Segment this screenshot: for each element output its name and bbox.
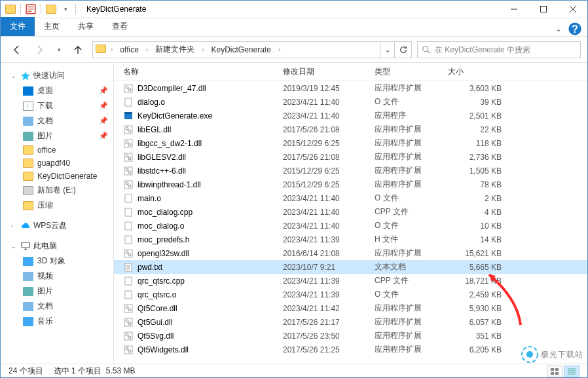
column-size[interactable]: 大小: [448, 66, 587, 77]
file-row[interactable]: Qt5Svg.dll2017/5/26 23:50应用程序扩展351 KB: [114, 329, 587, 343]
file-date: 2023/4/21 11:39: [283, 276, 375, 286]
help-icon[interactable]: ?: [568, 22, 582, 36]
file-row[interactable]: libEGL.dll2017/5/26 21:08应用程序扩展22 KB: [114, 123, 587, 136]
recent-dropdown[interactable]: ▾: [54, 41, 64, 59]
navigation-pane[interactable]: ⌄ 快速访问 桌面📌下载📌文档📌图片📌officeguapdf40KeyDict…: [1, 63, 114, 364]
svg-rect-52: [555, 372, 559, 375]
maximize-button[interactable]: [528, 1, 558, 18]
file-row[interactable]: D3Dcompiler_47.dll2019/3/19 12:45应用程序扩展3…: [114, 81, 587, 95]
item-icon: [23, 117, 33, 126]
sidebar-item[interactable]: 文档: [1, 299, 113, 314]
file-date: 2017/5/26 21:25: [283, 345, 375, 354]
minimize-button[interactable]: [499, 1, 528, 18]
file-type: O 文件: [375, 193, 448, 204]
item-icon: [23, 201, 33, 210]
sidebar-quick-access[interactable]: ⌄ 快速访问: [1, 68, 113, 83]
sidebar-item[interactable]: 视频: [1, 269, 113, 284]
file-row[interactable]: libstdc++-6.dll2015/12/29 6:25应用程序扩展1,50…: [114, 164, 587, 178]
file-row[interactable]: qrc_qtsrc.o2023/4/21 11:39O 文件2,459 KB: [114, 288, 587, 301]
file-row[interactable]: pwd.txt2023/10/7 9:21文本文档5,665 KB: [114, 260, 587, 274]
column-type[interactable]: 类型: [375, 66, 448, 77]
forward-button[interactable]: [31, 41, 49, 59]
sidebar-item[interactable]: office: [1, 143, 113, 157]
sidebar-item[interactable]: 压缩: [1, 198, 113, 213]
chevron-right-icon: ›: [11, 223, 18, 229]
ribbon-tab-view[interactable]: 查看: [103, 17, 137, 36]
up-button[interactable]: [69, 41, 87, 59]
refresh-button[interactable]: [394, 42, 411, 58]
view-details-button[interactable]: [564, 366, 579, 377]
sidebar-label: WPS云盘: [33, 220, 67, 231]
ribbon-tab-share[interactable]: 共享: [69, 17, 103, 36]
file-icon: [123, 248, 134, 259]
ribbon-tab-file[interactable]: 文件: [1, 17, 35, 36]
status-item-count: 24 个项目: [9, 366, 43, 377]
file-row[interactable]: moc_dialog.cpp2023/4/21 11:40CPP 文件4 KB: [114, 205, 587, 219]
chevron-right-icon[interactable]: ›: [200, 46, 206, 53]
file-date: 2016/6/14 21:08: [283, 249, 375, 258]
search-box[interactable]: [417, 41, 581, 58]
file-row[interactable]: main.o2023/4/21 11:40O 文件2 KB: [114, 191, 587, 205]
sidebar-wps-cloud[interactable]: › WPS云盘: [1, 218, 113, 233]
file-icon: [123, 193, 134, 204]
sidebar-item[interactable]: KeyDictGenerate: [1, 170, 113, 183]
sidebar-item[interactable]: 桌面📌: [1, 83, 113, 98]
folder-icon[interactable]: [45, 3, 57, 15]
breadcrumb-dropdown[interactable]: ⌄: [380, 42, 394, 58]
file-icon: [123, 83, 134, 94]
search-input[interactable]: [435, 45, 576, 54]
sidebar-item[interactable]: 图片📌: [1, 128, 113, 143]
ribbon-tab-home[interactable]: 主页: [35, 17, 69, 36]
sidebar-item[interactable]: 音乐: [1, 314, 113, 329]
file-row[interactable]: opengl32sw.dll2016/6/14 21:08应用程序扩展15,62…: [114, 246, 587, 260]
file-row[interactable]: dialog.o2023/4/21 11:40O 文件39 KB: [114, 95, 587, 109]
status-selected: 选中 1 个项目 5.53 MB: [54, 366, 136, 377]
breadcrumb[interactable]: › office › 新建文件夹 › KeyDictGenerate › ⌄: [92, 41, 412, 58]
sidebar-item[interactable]: 图片: [1, 284, 113, 299]
file-row[interactable]: Qt5Widgets.dll2017/5/26 21:25应用程序扩展6,205…: [114, 343, 587, 356]
chevron-right-icon[interactable]: ›: [109, 46, 115, 53]
file-row[interactable]: KeyDictGenerate.exe2023/4/21 11:40应用程序2,…: [114, 109, 587, 123]
breadcrumb-segment[interactable]: 新建文件夹: [151, 42, 198, 58]
qat-separator: [75, 4, 76, 14]
back-button[interactable]: [7, 41, 26, 59]
file-row[interactable]: libgcc_s_dw2-1.dll2015/12/29 6:25应用程序扩展1…: [114, 136, 587, 150]
breadcrumb-segment[interactable]: office: [116, 42, 142, 58]
file-icon: [123, 180, 134, 190]
column-date[interactable]: 修改日期: [283, 66, 375, 77]
file-row[interactable]: moc_dialog.o2023/4/21 11:40O 文件10 KB: [114, 219, 587, 233]
file-type: H 文件: [375, 234, 448, 245]
svg-rect-6: [124, 85, 132, 92]
file-icon: [123, 345, 134, 355]
folder-icon[interactable]: [5, 3, 16, 15]
item-icon: [23, 132, 33, 141]
sidebar-this-pc[interactable]: ⌄ 此电脑: [1, 238, 113, 254]
column-name[interactable]: 名称: [123, 66, 283, 77]
file-name: D3Dcompiler_47.dll: [138, 84, 206, 93]
chevron-right-icon[interactable]: ›: [276, 46, 282, 53]
sidebar-item[interactable]: guapdf40: [1, 157, 113, 170]
sidebar-item[interactable]: 3D 对象: [1, 254, 113, 269]
close-button[interactable]: [558, 1, 587, 18]
svg-rect-15: [124, 140, 132, 147]
file-row[interactable]: libwinpthread-1.dll2015/12/29 6:25应用程序扩展…: [114, 178, 587, 191]
file-row[interactable]: Qt5Core.dll2023/4/21 11:42应用程序扩展5,930 KB: [114, 301, 587, 315]
sidebar-item[interactable]: 文档📌: [1, 113, 113, 128]
ribbon-expand-icon[interactable]: ⌄: [553, 24, 564, 34]
chevron-right-icon[interactable]: ›: [144, 46, 150, 53]
view-thumbnails-button[interactable]: [547, 366, 562, 377]
breadcrumb-segment[interactable]: KeyDictGenerate: [208, 42, 275, 58]
file-row[interactable]: moc_predefs.h2023/4/21 11:39H 文件14 KB: [114, 233, 587, 246]
file-size: 10 KB: [448, 221, 507, 231]
sidebar-item[interactable]: 下载📌: [1, 98, 113, 113]
qat-overflow-icon[interactable]: ▾: [60, 3, 71, 15]
file-row[interactable]: Qt5Gui.dll2017/5/26 21:17应用程序扩展6,057 KB: [114, 315, 587, 329]
svg-rect-28: [125, 208, 132, 216]
file-list: 名称 修改日期 类型 大小 D3Dcompiler_47.dll2019/3/1…: [114, 63, 587, 364]
file-row[interactable]: qrc_qtsrc.cpp2023/4/21 11:39CPP 文件18,721…: [114, 274, 587, 288]
sidebar-item[interactable]: 新加卷 (E:): [1, 183, 113, 198]
file-row[interactable]: libGLESV2.dll2017/5/26 21:08应用程序扩展2,736 …: [114, 150, 587, 164]
properties-icon[interactable]: [25, 3, 37, 15]
file-rows[interactable]: D3Dcompiler_47.dll2019/3/19 12:45应用程序扩展3…: [114, 81, 587, 364]
file-size: 2 KB: [448, 194, 507, 203]
